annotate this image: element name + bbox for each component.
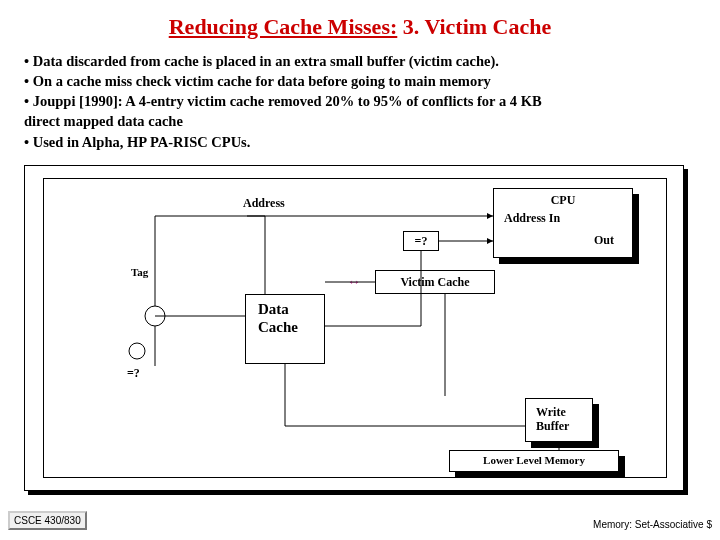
data-cache-line1: Data	[258, 301, 289, 318]
comparator-1: =?	[403, 231, 439, 251]
lower-mem-block: Lower Level Memory	[449, 450, 619, 472]
address-in-label: Address In	[504, 211, 560, 226]
eq-label-1: =?	[404, 234, 438, 249]
bullet-item: • Used in Alpha, HP PA-RISC CPUs.	[24, 133, 696, 152]
swap-arrow-icon: ↔	[347, 274, 361, 290]
outer-box: CPU Address In Out Address =? Tag Victim…	[24, 165, 684, 491]
eq-label-2: =?	[127, 366, 140, 381]
write-buffer-line2: Buffer	[536, 419, 569, 434]
bullet-item: direct mapped data cache	[24, 112, 696, 131]
out-label: Out	[594, 233, 614, 248]
lower-mem-label: Lower Level Memory	[450, 454, 618, 466]
bullet-list: • Data discarded from cache is placed in…	[0, 50, 720, 161]
bullet-item: • Data discarded from cache is placed in…	[24, 52, 696, 71]
title-rest: 3. Victim Cache	[397, 14, 551, 39]
cpu-block: CPU Address In Out	[493, 188, 633, 258]
victim-cache-label: Victim Cache	[376, 275, 494, 290]
write-buffer-block: Write Buffer	[525, 398, 593, 442]
data-cache-line2: Cache	[258, 319, 298, 336]
data-cache-block: Data Cache	[245, 294, 325, 364]
page-title: Reducing Cache Misses: 3. Victim Cache	[0, 0, 720, 50]
title-underlined: Reducing Cache Misses:	[169, 14, 398, 39]
diagram: CPU Address In Out Address =? Tag Victim…	[24, 165, 696, 505]
bullet-item: • Jouppi [1990]: A 4-entry victim cache …	[24, 92, 696, 111]
write-buffer-line1: Write	[536, 405, 566, 420]
bullet-item: • On a cache miss check victim cache for…	[24, 72, 696, 91]
cpu-label: CPU	[494, 193, 632, 208]
victim-cache-block: Victim Cache	[375, 270, 495, 294]
address-label: Address	[243, 196, 285, 211]
footer-left: CSCE 430/830	[8, 511, 87, 530]
tag-label: Tag	[131, 266, 148, 278]
footer-right: Memory: Set-Associative $	[593, 519, 712, 530]
